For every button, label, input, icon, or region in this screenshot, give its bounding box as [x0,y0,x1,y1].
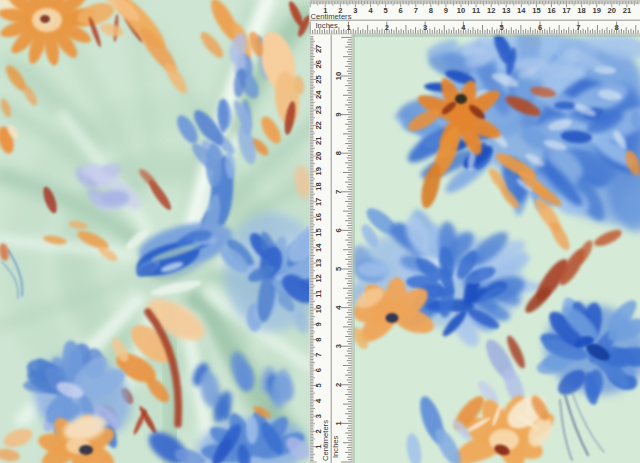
svg-text:21: 21 [623,6,632,15]
svg-text:11: 11 [314,289,323,298]
svg-text:15: 15 [314,228,323,237]
svg-text:19: 19 [592,6,600,15]
svg-text:6: 6 [399,6,403,15]
svg-text:16: 16 [314,213,323,221]
svg-text:10: 10 [314,305,323,313]
svg-text:20: 20 [314,152,323,160]
svg-text:12: 12 [314,274,323,282]
svg-text:6: 6 [314,368,323,372]
svg-text:Inches: Inches [316,21,339,30]
svg-text:Inches: Inches [331,435,340,458]
svg-text:7: 7 [314,353,323,357]
svg-text:Centimeters: Centimeters [321,420,330,461]
svg-text:14: 14 [517,6,526,15]
svg-text:22: 22 [314,121,323,129]
svg-text:11: 11 [472,6,481,15]
svg-text:19: 19 [314,167,323,175]
svg-text:17: 17 [314,198,323,206]
svg-text:25: 25 [314,75,323,84]
svg-text:3: 3 [353,6,357,15]
svg-text:10: 10 [457,6,465,15]
svg-text:14: 14 [314,243,323,252]
svg-text:Centimeters: Centimeters [311,12,352,21]
svg-text:9: 9 [314,322,323,326]
svg-text:18: 18 [314,182,323,190]
svg-text:13: 13 [314,259,323,267]
svg-text:9: 9 [444,6,448,15]
svg-text:24: 24 [314,90,323,99]
svg-text:17: 17 [562,6,570,15]
svg-text:15: 15 [532,6,541,15]
svg-text:7: 7 [414,6,418,15]
svg-text:21: 21 [314,136,323,145]
svg-text:13: 13 [502,6,510,15]
svg-text:20: 20 [608,6,616,15]
svg-text:23: 23 [314,106,323,114]
svg-text:8: 8 [314,337,323,341]
svg-text:8: 8 [429,6,433,15]
svg-text:3: 3 [314,414,323,418]
svg-text:18: 18 [577,6,585,15]
svg-text:27: 27 [314,45,323,53]
svg-text:12: 12 [487,6,495,15]
svg-text:16: 16 [547,6,555,15]
svg-text:26: 26 [314,60,323,68]
